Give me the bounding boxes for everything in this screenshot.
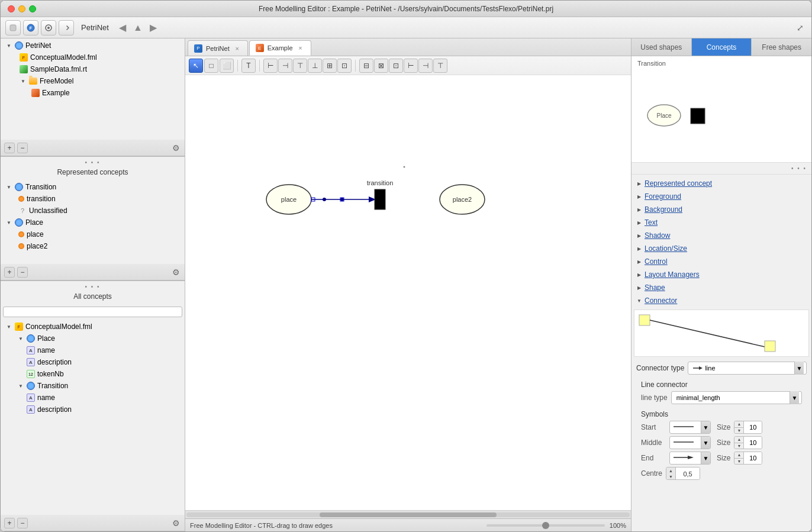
- size-tool-4[interactable]: ⊢: [404, 59, 418, 73]
- tree-item-conceptualmodel[interactable]: F ConceptualModel.fml: [1, 51, 185, 63]
- rep-remove-button[interactable]: −: [17, 267, 28, 278]
- remove-button[interactable]: −: [17, 143, 28, 153]
- prop-shadow[interactable]: ▶ Shadow: [631, 229, 811, 242]
- prop-layout-managers[interactable]: ▶ Layout Managers: [631, 268, 811, 281]
- start-size-value[interactable]: 10: [744, 421, 762, 433]
- all-add-button[interactable]: +: [4, 518, 15, 528]
- rect-tool[interactable]: □: [204, 59, 218, 73]
- all-transition[interactable]: ▼ Transition: [1, 380, 185, 392]
- align-center-tool[interactable]: ⊣: [278, 59, 292, 73]
- prop-label-fg[interactable]: Foreground: [645, 192, 681, 201]
- start-symbol-select[interactable]: ▼: [669, 421, 711, 434]
- rep-unclassified[interactable]: ? Unclassified: [1, 205, 185, 217]
- toolbar-arrow-btn[interactable]: [59, 20, 74, 36]
- prop-control[interactable]: ▶ Control: [631, 255, 811, 268]
- start-stepper-down[interactable]: ▼: [734, 428, 743, 434]
- tree-item-example[interactable]: Example: [1, 87, 185, 99]
- centre-stepper-up[interactable]: ▲: [666, 467, 675, 473]
- start-symbol-arrow[interactable]: ▼: [701, 421, 710, 434]
- middle-stepper-down[interactable]: ▼: [734, 443, 743, 449]
- centre-stepper-down[interactable]: ▼: [666, 473, 675, 479]
- scrollbar-thumb[interactable]: [320, 512, 497, 517]
- tab-petrinet-close[interactable]: ×: [233, 44, 241, 53]
- tab-petrinet[interactable]: P PetriNet ×: [188, 40, 248, 56]
- line-type-select[interactable]: minimal_length ▼: [671, 391, 802, 404]
- prop-connector[interactable]: ▼ Connector: [631, 294, 811, 307]
- line-type-arrow[interactable]: ▼: [790, 391, 799, 404]
- end-symbol-select[interactable]: ▼: [669, 452, 711, 465]
- close-button[interactable]: [8, 5, 15, 12]
- add-button[interactable]: +: [4, 143, 15, 153]
- middle-stepper-up[interactable]: ▲: [734, 437, 743, 443]
- rep-transition-instance[interactable]: transition: [1, 193, 185, 205]
- scrollbar-track[interactable]: [186, 512, 630, 517]
- tree-item-freemodel[interactable]: ▼ FreeModel: [1, 75, 185, 87]
- all-place[interactable]: ▼ Place: [1, 333, 185, 344]
- prop-label-shadow[interactable]: Shadow: [645, 231, 670, 240]
- all-place-description[interactable]: A description: [1, 356, 185, 368]
- nav-up-button[interactable]: ▲: [131, 21, 144, 34]
- tree-item-sampledata[interactable]: SampleData.fml.rt: [1, 63, 185, 75]
- centre-value[interactable]: 0,5: [676, 467, 700, 480]
- horizontal-scrollbar[interactable]: [185, 510, 631, 518]
- connector-type-select[interactable]: line ▼: [688, 362, 807, 375]
- distribute-tool[interactable]: ⊥: [308, 59, 322, 73]
- prop-background[interactable]: ▶ Background: [631, 203, 811, 216]
- prop-foreground[interactable]: ▶ Foreground: [631, 190, 811, 203]
- align-left-tool[interactable]: ⊢: [263, 59, 278, 73]
- toolbar-settings-btn[interactable]: [41, 20, 56, 36]
- rep-place2-instance[interactable]: place2: [1, 240, 185, 252]
- prop-label-rep[interactable]: Represented concept: [645, 179, 712, 188]
- tab-concepts[interactable]: Concepts: [692, 38, 752, 56]
- rounded-rect-tool[interactable]: ⬜: [220, 59, 234, 73]
- connector-type-arrow[interactable]: ▼: [794, 362, 804, 375]
- prop-location-size[interactable]: ▶ Location/Size: [631, 242, 811, 255]
- all-concepts-search[interactable]: [3, 307, 182, 317]
- end-stepper-down[interactable]: ▼: [734, 459, 743, 465]
- select-tool[interactable]: ↖: [189, 59, 203, 73]
- tab-example[interactable]: E Example ×: [249, 40, 311, 56]
- rep-place[interactable]: ▼ Place: [1, 217, 185, 228]
- prop-text[interactable]: ▶ Text: [631, 216, 811, 229]
- prop-label-shape[interactable]: Shape: [645, 283, 665, 292]
- all-transition-description[interactable]: A description: [1, 404, 185, 415]
- prop-label-loc[interactable]: Location/Size: [645, 244, 687, 253]
- tab-used-shapes[interactable]: Used shapes: [631, 38, 692, 56]
- size-tool-1[interactable]: ⊟: [359, 59, 373, 73]
- middle-symbol-arrow[interactable]: ▼: [701, 436, 710, 449]
- zoom-thumb[interactable]: [542, 522, 549, 529]
- prop-represented-concept[interactable]: ▶ Represented concept: [631, 177, 811, 190]
- tree-item-petrinet[interactable]: ▼ PetriNet: [1, 40, 185, 51]
- prop-label-layout[interactable]: Layout Managers: [645, 270, 700, 279]
- align-bottom-tool[interactable]: ⊡: [337, 59, 352, 73]
- tab-example-close[interactable]: ×: [297, 44, 305, 52]
- canvas-area[interactable]: place transition: [185, 75, 631, 510]
- all-remove-button[interactable]: −: [17, 518, 28, 528]
- prop-label-connector[interactable]: Connector: [645, 296, 677, 305]
- end-size-value[interactable]: 10: [744, 452, 762, 464]
- end-symbol-arrow[interactable]: ▼: [701, 452, 710, 465]
- minimize-button[interactable]: [18, 5, 25, 12]
- prop-label-ctrl[interactable]: Control: [645, 257, 668, 266]
- toolbar-fml-btn[interactable]: F: [23, 20, 38, 36]
- maximize-button[interactable]: [29, 5, 36, 12]
- expand-button[interactable]: ⤢: [794, 21, 807, 34]
- text-tool[interactable]: T: [241, 59, 256, 73]
- middle-size-value[interactable]: 10: [744, 437, 762, 449]
- size-tool-3[interactable]: ⊡: [389, 59, 403, 73]
- prop-label-text[interactable]: Text: [645, 218, 658, 227]
- toolbar-back-btn[interactable]: [5, 20, 21, 36]
- all-place-name[interactable]: A name: [1, 344, 185, 356]
- align-top-tool[interactable]: ⊞: [323, 59, 337, 73]
- size-tool-6[interactable]: ⊤: [433, 59, 447, 73]
- end-stepper-up[interactable]: ▲: [734, 452, 743, 459]
- rep-transition[interactable]: ▼ Transition: [1, 181, 185, 193]
- all-conceptualmodel[interactable]: ▼ F ConceptualModel.fml: [1, 321, 185, 333]
- rep-gear-button[interactable]: ⚙: [170, 267, 181, 278]
- start-stepper-up[interactable]: ▲: [734, 421, 743, 428]
- size-tool-2[interactable]: ⊠: [374, 59, 388, 73]
- rep-place-instance[interactable]: place: [1, 228, 185, 240]
- size-tool-5[interactable]: ⊣: [418, 59, 433, 73]
- gear-button[interactable]: ⚙: [170, 143, 181, 153]
- all-transition-name[interactable]: A name: [1, 392, 185, 404]
